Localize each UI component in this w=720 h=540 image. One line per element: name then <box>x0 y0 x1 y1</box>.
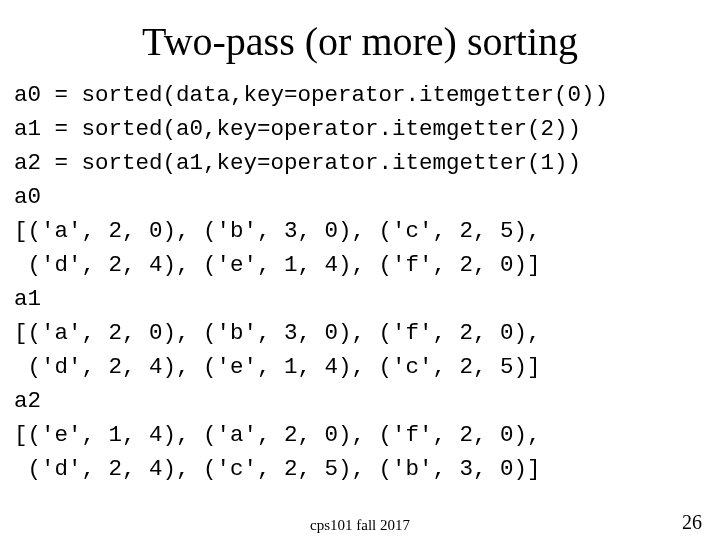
code-line: a2 = sorted(a1,key=operator.itemgetter(1… <box>14 150 581 176</box>
code-line: ('d', 2, 4), ('c', 2, 5), ('b', 3, 0)] <box>14 456 541 482</box>
slide-title: Two-pass (or more) sorting <box>0 18 720 65</box>
code-line: [('a', 2, 0), ('b', 3, 0), ('f', 2, 0), <box>14 320 541 346</box>
page-number: 26 <box>682 511 702 534</box>
code-line: a0 <box>14 184 41 210</box>
code-block: a0 = sorted(data,key=operator.itemgetter… <box>14 78 710 486</box>
code-line: a1 = sorted(a0,key=operator.itemgetter(2… <box>14 116 581 142</box>
code-line: ('d', 2, 4), ('e', 1, 4), ('f', 2, 0)] <box>14 252 541 278</box>
code-line: [('a', 2, 0), ('b', 3, 0), ('c', 2, 5), <box>14 218 541 244</box>
code-line: a2 <box>14 388 41 414</box>
code-line: ('d', 2, 4), ('e', 1, 4), ('c', 2, 5)] <box>14 354 541 380</box>
code-line: [('e', 1, 4), ('a', 2, 0), ('f', 2, 0), <box>14 422 541 448</box>
footer-course: cps101 fall 2017 <box>0 517 720 534</box>
code-line: a1 <box>14 286 41 312</box>
slide: Two-pass (or more) sorting a0 = sorted(d… <box>0 0 720 540</box>
code-line: a0 = sorted(data,key=operator.itemgetter… <box>14 82 608 108</box>
